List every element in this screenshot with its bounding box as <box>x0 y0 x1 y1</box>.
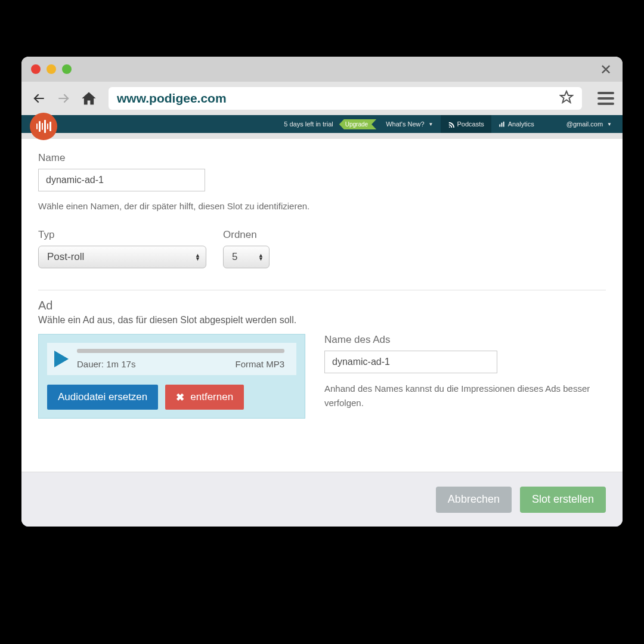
create-label: Slot erstellen <box>532 493 594 505</box>
arrow-right-icon <box>56 91 72 106</box>
traffic-lights <box>31 64 72 74</box>
main-content: Name Wähle einen Namen, der dir später h… <box>21 139 623 455</box>
trial-status: 5 days left in trial <box>278 120 339 128</box>
app-logo[interactable] <box>30 113 57 140</box>
create-slot-button[interactable]: Slot erstellen <box>520 487 606 513</box>
format-label: Format MP3 <box>235 359 284 369</box>
home-button[interactable] <box>80 89 98 107</box>
audio-player-panel: Dauer: 1m 17s Format MP3 Audiodatei erse… <box>38 334 305 419</box>
typ-select[interactable]: Post-roll ▲▼ <box>38 246 206 268</box>
nav-analytics[interactable]: Analytics <box>491 115 541 133</box>
account-label: @gmail.com <box>566 120 603 128</box>
remove-audio-label: entfernen <box>190 391 233 403</box>
waveform-icon <box>36 120 51 133</box>
back-button[interactable] <box>30 89 48 107</box>
ad-section-title: Ad <box>38 299 606 312</box>
nav-podcasts-label: Podcasts <box>457 120 484 128</box>
chevron-down-icon: ▼ <box>607 122 612 127</box>
minimize-window-button[interactable] <box>47 64 56 74</box>
svg-rect-3 <box>503 121 504 126</box>
address-bar[interactable]: www.podigee.com <box>109 87 582 110</box>
nav-whatsnew[interactable]: What's New? ▼ <box>379 115 440 133</box>
typ-select-value: Post-roll <box>38 246 206 268</box>
browser-toolbar: www.podigee.com <box>21 82 623 115</box>
maximize-window-button[interactable] <box>62 64 72 74</box>
upgrade-badge-label: Upgrade <box>339 119 376 129</box>
updown-icon: ▲▼ <box>258 253 264 261</box>
sub-header-strip <box>21 133 623 139</box>
play-button[interactable] <box>54 351 69 367</box>
ad-section: Ad Wähle ein Ad aus, das für diesen Slot… <box>38 299 606 419</box>
cancel-button[interactable]: Abbrechen <box>436 487 512 513</box>
type-order-row: Typ Post-roll ▲▼ Ordnen 5 ▲▼ <box>38 229 606 268</box>
footer-bar: Abbrechen Slot erstellen <box>21 472 623 527</box>
bookmark-button[interactable] <box>559 90 574 107</box>
x-icon: ✖ <box>176 391 184 404</box>
menu-button[interactable] <box>597 92 614 105</box>
chart-icon <box>499 121 505 128</box>
ordnen-label: Ordnen <box>223 229 270 241</box>
progress-bar[interactable] <box>77 349 284 353</box>
replace-audio-button[interactable]: Audiodatei ersetzen <box>47 385 158 410</box>
browser-window: ✕ www.podigee.com 5 days left in trial <box>21 57 623 527</box>
slot-name-input[interactable] <box>38 169 205 191</box>
svg-rect-1 <box>499 124 500 126</box>
svg-rect-2 <box>501 122 502 126</box>
divider <box>38 290 606 290</box>
ordnen-select[interactable]: 5 ▲▼ <box>223 246 270 268</box>
rss-icon <box>448 121 454 128</box>
ad-section-desc: Wähle ein Ad aus, das für diesen Slot ab… <box>38 315 606 326</box>
updown-icon: ▲▼ <box>195 253 200 261</box>
replace-audio-label: Audiodatei ersetzen <box>58 391 147 403</box>
title-bar: ✕ <box>21 57 623 82</box>
app-header: 5 days left in trial Upgrade What's New?… <box>21 115 623 133</box>
url-text: www.podigee.com <box>117 91 559 106</box>
ad-name-input[interactable] <box>324 351 497 373</box>
name-help-text: Wähle einen Namen, der dir später hilft,… <box>38 201 606 211</box>
star-icon <box>559 90 574 104</box>
audio-player: Dauer: 1m 17s Format MP3 <box>47 343 296 375</box>
nav-whatsnew-label: What's New? <box>386 120 424 128</box>
ad-name-label: Name des Ads <box>324 334 606 346</box>
svg-marker-0 <box>561 91 572 103</box>
remove-audio-button[interactable]: ✖ entfernen <box>165 385 244 410</box>
ad-row: Dauer: 1m 17s Format MP3 Audiodatei erse… <box>38 334 606 419</box>
close-window-button[interactable] <box>31 64 41 74</box>
upgrade-button[interactable]: Upgrade <box>339 120 376 128</box>
nav-analytics-label: Analytics <box>508 120 534 128</box>
player-buttons: Audiodatei ersetzen ✖ entfernen <box>47 385 296 410</box>
home-icon <box>80 90 97 107</box>
cancel-label: Abbrechen <box>448 493 500 505</box>
account-menu[interactable]: @gmail.com ▼ <box>559 115 623 133</box>
name-label: Name <box>38 152 606 164</box>
ad-name-help: Anhand des Names kannst du die Impressio… <box>324 382 606 410</box>
ad-name-column: Name des Ads Anhand des Names kannst du … <box>324 334 606 410</box>
duration-label: Dauer: 1m 17s <box>77 359 135 369</box>
player-meta: Dauer: 1m 17s Format MP3 <box>77 349 284 369</box>
chevron-down-icon: ▼ <box>429 122 434 127</box>
arrow-left-icon <box>31 91 47 106</box>
forward-button[interactable] <box>55 89 73 107</box>
typ-label: Typ <box>38 229 206 241</box>
nav-podcasts[interactable]: Podcasts <box>441 115 491 133</box>
close-icon[interactable]: ✕ <box>600 61 612 78</box>
